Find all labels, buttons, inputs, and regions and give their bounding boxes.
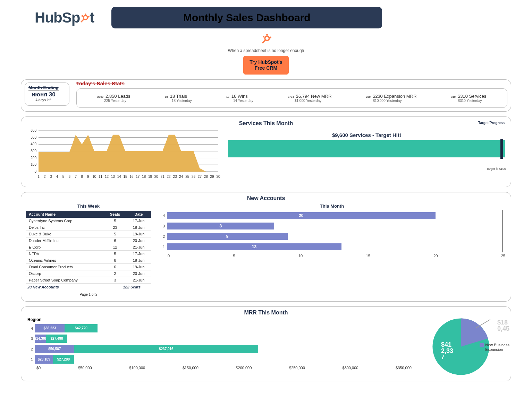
- hubspot-logo: HubSp t: [35, 9, 94, 26]
- hbar-row: 4 20: [158, 212, 503, 219]
- stat-item: 6794$6,794 New MRR$1,000 Yesterday: [288, 94, 331, 103]
- table-row: Omni Consumer Products619-Jun: [26, 263, 151, 270]
- svg-text:600: 600: [31, 129, 36, 132]
- new-accounts-title: New Accounts: [26, 195, 506, 201]
- svg-text:3: 3: [50, 175, 52, 179]
- target-progress-label: Target/Progress: [478, 121, 505, 125]
- stat-item: 310$310 Services$310 Yesterday: [451, 94, 487, 103]
- month-ending-daysleft: 4 days left: [28, 98, 59, 102]
- sprocket-icon: [80, 9, 90, 26]
- table-row: NERV517-Jun: [26, 250, 151, 257]
- svg-text:22: 22: [167, 175, 171, 179]
- col-seats: Seats: [104, 211, 126, 218]
- svg-text:13: 13: [111, 175, 115, 179]
- table-row: Duke & Duke519-Jun: [26, 231, 151, 237]
- svg-text:12: 12: [105, 175, 109, 179]
- svg-line-6: [262, 40, 265, 43]
- mrr-title: MRR This Month: [26, 310, 506, 316]
- svg-text:27: 27: [198, 175, 202, 179]
- svg-text:8: 8: [81, 175, 83, 179]
- svg-text:17: 17: [136, 175, 140, 179]
- services-progress-title: $9,600 Services - Target Hit!: [227, 132, 506, 138]
- pie-legend: New Business Expansion: [480, 343, 509, 352]
- svg-point-5: [265, 36, 269, 41]
- mrr-bar-row: 3 $14,305 $27,490: [26, 335, 412, 343]
- pie-callout: $180,45: [497, 319, 509, 332]
- accounts-page-indicator: Page 1 of 2: [26, 293, 151, 296]
- month-ending-box: Month Ending июня 30 4 days left: [25, 83, 69, 106]
- target-note: Target is $100: [227, 167, 506, 171]
- svg-point-9: [263, 36, 264, 37]
- svg-text:23: 23: [173, 175, 177, 179]
- svg-text:16: 16: [129, 175, 134, 179]
- svg-text:6: 6: [69, 175, 71, 179]
- table-row: E Corp1221-Jun: [26, 244, 151, 250]
- svg-line-1: [81, 19, 84, 22]
- sprocket-small-icon: [261, 34, 271, 47]
- services-progress-bar: [228, 140, 505, 157]
- table-row: Oscorp220-Jun: [26, 270, 151, 277]
- svg-point-4: [82, 15, 83, 17]
- services-title: Services This Month: [26, 120, 506, 127]
- svg-text:300: 300: [31, 149, 36, 153]
- svg-text:26: 26: [192, 175, 196, 179]
- svg-text:7: 7: [75, 175, 77, 179]
- month-ending-label: Month Ending: [28, 85, 59, 90]
- promo-block: When a spreadsheet is no longer enough T…: [21, 34, 511, 75]
- target-marker: [500, 139, 503, 159]
- mrr-bar-chart: Region 4 $38,223 $42,720 3 $14,305 $27,4…: [26, 317, 412, 370]
- svg-text:9: 9: [87, 175, 89, 179]
- try-crm-button[interactable]: Try HubSpot'sFree CRM: [243, 56, 288, 75]
- svg-text:500: 500: [31, 135, 36, 139]
- table-row: Paper Street Soap Company321-Jun: [26, 277, 151, 283]
- stats-row: 28502,850 Leads225 Yesterday1818 Trials1…: [76, 88, 507, 108]
- mrr-bar-row: 2 $50,587 $237,916: [26, 345, 412, 353]
- svg-point-7: [266, 34, 268, 36]
- svg-point-0: [84, 16, 88, 20]
- svg-text:24: 24: [179, 175, 183, 179]
- this-week-label: This Week: [26, 203, 151, 209]
- services-area-chart: 0100200300400500600123456789101112131415…: [26, 129, 220, 182]
- stats-panel: Month Ending июня 30 4 days left Today's…: [21, 79, 511, 112]
- hbar-row: 1 13: [158, 243, 503, 250]
- this-month-label: This Month: [158, 203, 506, 209]
- svg-text:5: 5: [62, 175, 65, 179]
- mrr-pie-chart: $180,45 $412,337 New Business Expansion: [416, 317, 506, 376]
- accounts-footer-right: 122 Seats: [123, 285, 141, 289]
- hbar-row: 2 9: [158, 233, 503, 240]
- mrr-bar-row: 1 $23,109 $27,280: [26, 355, 412, 364]
- svg-text:30: 30: [216, 175, 220, 179]
- hbar-row: 3 8: [158, 223, 503, 229]
- table-row: Cyberdyne Systems Corp517-Jun: [26, 218, 151, 224]
- stat-item: 230$230 Expansion MRR$10,000 Yesterday: [366, 94, 417, 103]
- stat-item: 1616 Wins14 Yesterday: [226, 94, 253, 103]
- stat-item: 1818 Trials18 Yesterday: [165, 94, 192, 103]
- accounts-bar-chart: This Month 4 20 3 8 2 9 1 13 0510152025: [158, 203, 506, 296]
- new-accounts-panel: New Accounts This Week Account Name Seat…: [21, 192, 511, 302]
- svg-point-2: [85, 14, 86, 15]
- svg-text:10: 10: [92, 175, 96, 179]
- header: HubSp t Monthly Sales Dashboard: [21, 0, 511, 32]
- pie-main-label: $412,337: [441, 341, 453, 360]
- svg-text:14: 14: [117, 175, 121, 179]
- svg-text:1: 1: [37, 175, 40, 179]
- svg-text:20: 20: [154, 175, 159, 179]
- svg-text:18: 18: [142, 175, 146, 179]
- accounts-footer-left: 20 New Accounts: [27, 285, 59, 289]
- mrr-bar-row: 4 $38,223 $42,720: [26, 324, 412, 332]
- svg-text:28: 28: [204, 175, 208, 179]
- svg-text:0: 0: [34, 170, 36, 173]
- table-row: Delos Inc2318-Jun: [26, 224, 151, 231]
- accounts-table-wrap: This Week Account Name Seats Date Cyberd…: [26, 203, 151, 296]
- month-ending-date: июня 30: [28, 91, 59, 98]
- stat-item: 28502,850 Leads225 Yesterday: [97, 94, 130, 103]
- svg-text:4: 4: [56, 175, 58, 179]
- svg-text:25: 25: [185, 175, 189, 179]
- col-date: Date: [126, 211, 151, 218]
- svg-text:400: 400: [31, 142, 36, 146]
- svg-text:19: 19: [148, 175, 152, 179]
- svg-text:100: 100: [31, 163, 36, 166]
- services-panel: Services This Month 01002003004005006001…: [21, 116, 511, 187]
- promo-tagline: When a spreadsheet is no longer enough: [228, 48, 304, 53]
- table-row: Oceanic Airlines818-Jun: [26, 257, 151, 263]
